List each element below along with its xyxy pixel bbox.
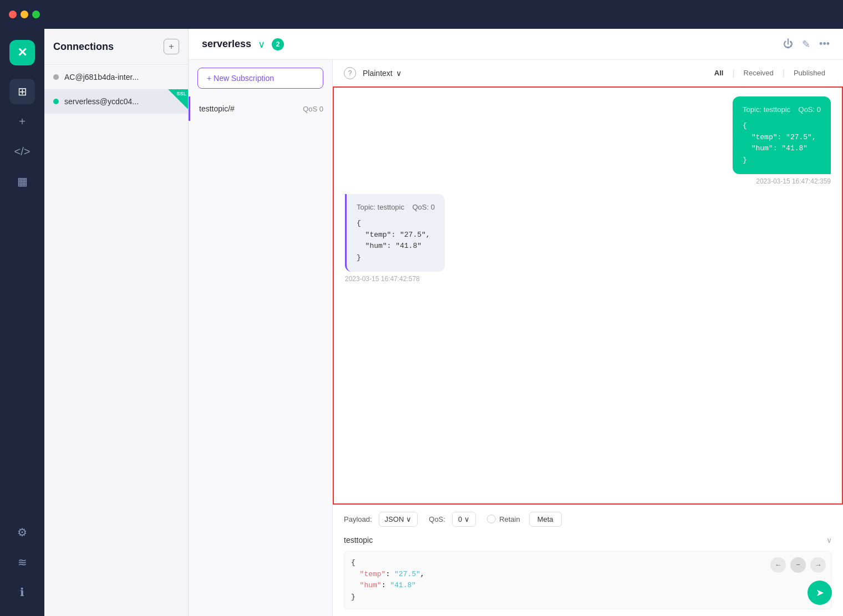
add-icon: + <box>19 115 26 128</box>
meta-button[interactable]: Meta <box>529 512 562 527</box>
message-filter: All | Received | Published <box>708 67 832 79</box>
redo-button[interactable]: → <box>810 557 826 573</box>
connection-title: serverless <box>202 38 251 50</box>
message-published: Topic: testtopic QoS: 0 { "temp": "27.5"… <box>345 96 831 185</box>
message-bubble-received: Topic: testtopic QoS: 0 { "temp": "27.5"… <box>345 194 445 272</box>
format-chevron-icon: ∨ <box>396 69 402 78</box>
format-chevron-icon: ∨ <box>406 515 412 523</box>
message-code-published: { "temp": "27.5", "hum": "41.8" } <box>743 120 821 166</box>
close-button[interactable] <box>9 11 17 18</box>
send-button[interactable]: ➤ <box>808 581 832 605</box>
filter-published-button[interactable]: Published <box>787 67 832 79</box>
settings-icon: ⚙ <box>17 526 27 539</box>
feeds-icon: ≋ <box>18 556 27 569</box>
msg-topic-published: Topic: testtopic <box>743 105 790 114</box>
header-actions: ⏻ ✎ ••• <box>783 38 830 50</box>
message-header-received: Topic: testtopic QoS: 0 <box>357 202 435 213</box>
sidebar-item-code[interactable]: </> <box>9 139 35 164</box>
code-line-1: { <box>351 557 825 569</box>
payload-label: Payload: <box>344 515 372 523</box>
sidebar-item-connections[interactable]: ⊞ <box>9 79 35 104</box>
sidebar-item-history[interactable]: ▦ <box>9 169 35 194</box>
msg-topic-received: Topic: testtopic <box>357 203 404 211</box>
sidebar-item-settings[interactable]: ⚙ <box>9 520 35 545</box>
qos-select-value: 0 <box>458 515 462 523</box>
connection-name-offline: AC@j681b4da-inter... <box>64 73 179 82</box>
connection-item-online[interactable]: serverless@ycdc04... SSL <box>44 89 188 114</box>
icon-sidebar: ✕ ⊞ + </> ▦ ⚙ ≋ ℹ <box>0 29 44 616</box>
connections-title: Connections <box>53 41 114 53</box>
retain-radio[interactable] <box>487 515 496 523</box>
filter-received-button[interactable]: Received <box>737 67 780 79</box>
power-button[interactable]: ⏻ <box>783 38 793 50</box>
message-received: Topic: testtopic QoS: 0 { "temp": "27.5"… <box>345 194 831 283</box>
message-header-published: Topic: testtopic QoS: 0 <box>743 104 821 116</box>
retain-label: Retain <box>499 515 520 523</box>
sidebar-item-info[interactable]: ℹ <box>9 579 35 605</box>
maximize-button[interactable] <box>32 11 40 18</box>
bottom-controls: Payload: JSON ∨ QoS: 0 ∨ Retain <box>344 512 832 527</box>
message-timestamp-received: 2023-03-15 16:47:42:578 <box>345 275 420 283</box>
traffic-lights <box>9 11 40 18</box>
qos-select-button[interactable]: 0 ∨ <box>452 512 476 527</box>
main-header: serverless ∨ 2 ⏻ ✎ ••• <box>189 29 843 60</box>
add-connection-button[interactable]: + <box>164 39 179 54</box>
connection-name-online: serverless@ycdc04... <box>64 97 179 106</box>
chevron-down-icon[interactable]: ∨ <box>258 38 265 50</box>
editor-actions: ← − → <box>770 557 826 573</box>
online-indicator <box>53 99 59 104</box>
titlebar <box>0 0 843 29</box>
connections-header: Connections + <box>44 29 188 65</box>
format-select-button[interactable]: JSON ∨ <box>379 512 418 527</box>
history-icon: ▦ <box>17 175 28 188</box>
retain-section: Retain <box>487 515 520 523</box>
qos-chevron-icon: ∨ <box>464 515 470 523</box>
code-line-2: "temp": "27.5", <box>351 569 825 581</box>
clear-button[interactable]: − <box>790 557 806 573</box>
bottom-area: Payload: JSON ∨ QoS: 0 ∨ Retain <box>333 505 843 616</box>
message-timestamp-published: 2023-03-15 16:47:42:359 <box>756 177 831 185</box>
message-bubble-published: Topic: testtopic QoS: 0 { "temp": "27.5"… <box>733 96 831 174</box>
offline-indicator <box>53 74 59 80</box>
subscription-topic: testtopic/# <box>199 104 303 113</box>
format-selector[interactable]: Plaintext ∨ <box>363 69 402 78</box>
message-code-received: { "temp": "27.5", "hum": "41.8" } <box>357 218 435 264</box>
code-line-4: } <box>351 592 825 603</box>
format-label: Plaintext <box>363 69 393 78</box>
send-icon: ➤ <box>816 587 824 599</box>
edit-button[interactable]: ✎ <box>802 38 810 50</box>
sidebar-item-feeds[interactable]: ≋ <box>9 549 35 575</box>
messages-toolbar: ? Plaintext ∨ All | Received | Published <box>333 60 843 86</box>
more-button[interactable]: ••• <box>819 38 830 50</box>
info-icon: ℹ <box>20 586 24 599</box>
code-editor[interactable]: { "temp": "27.5", "hum": "41.8" } ← − → <box>344 551 832 609</box>
sidebar-item-add[interactable]: + <box>9 109 35 134</box>
help-icon[interactable]: ? <box>344 67 356 79</box>
qos-label: QoS: <box>429 515 445 523</box>
topic-input[interactable] <box>344 533 826 547</box>
filter-all-button[interactable]: All <box>708 67 730 79</box>
msg-qos-published: QoS: 0 <box>799 105 821 114</box>
msg-qos-received: QoS: 0 <box>412 203 434 211</box>
subscriptions-panel: + New Subscription testtopic/# QoS 0 <box>189 60 333 616</box>
minimize-button[interactable] <box>21 11 28 18</box>
topic-row: ∨ <box>344 533 832 547</box>
main-content: serverless ∨ 2 ⏻ ✎ ••• + New Subscriptio… <box>189 29 843 616</box>
new-subscription-button[interactable]: + New Subscription <box>197 68 323 89</box>
connections-panel: Connections + AC@j681b4da-inter... serve… <box>44 29 189 616</box>
subscription-item[interactable]: testtopic/# QoS 0 <box>189 96 332 121</box>
undo-button[interactable]: ← <box>770 557 786 573</box>
code-line-3: "hum": "41.8" <box>351 580 825 592</box>
code-icon: </> <box>14 145 31 158</box>
app-logo: ✕ <box>9 40 35 65</box>
connection-item-offline[interactable]: AC@j681b4da-inter... <box>44 65 188 89</box>
messages-list: Topic: testtopic QoS: 0 { "temp": "27.5"… <box>333 86 843 505</box>
message-count-badge: 2 <box>272 38 284 50</box>
content-area: + New Subscription testtopic/# QoS 0 ? P… <box>189 60 843 616</box>
topic-chevron-icon: ∨ <box>826 536 832 544</box>
messages-area: ? Plaintext ∨ All | Received | Published <box>333 60 843 616</box>
connections-icon: ⊞ <box>18 85 27 98</box>
subscription-qos: QoS 0 <box>303 105 323 113</box>
format-select-value: JSON <box>385 515 404 523</box>
